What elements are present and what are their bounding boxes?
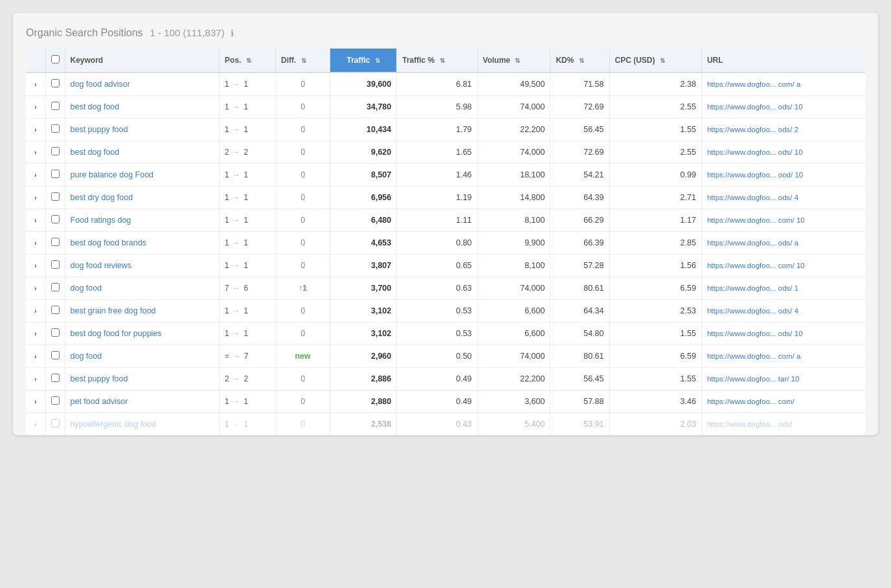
th-kd[interactable]: KD% ⇅ [550,49,609,73]
row-checkbox[interactable] [51,306,60,314]
row-checkbox-cell[interactable] [45,119,65,141]
volume-cell: 49,500 [477,73,550,96]
url-cell[interactable]: https://www.dogfoo... com/ a [701,73,865,96]
url-cell[interactable]: https://www.dogfoo... ods/ [701,413,865,436]
traffic-cell: 2,886 [330,368,397,390]
expand-cell[interactable]: › [26,254,45,277]
keyword-cell[interactable]: best puppy food [65,368,220,390]
cpc-cell: 2.71 [609,187,701,209]
expand-cell[interactable]: › [26,277,45,300]
url-cell[interactable]: https://www.dogfoo... ods/ 10 [701,96,865,119]
row-checkbox-cell[interactable] [45,322,65,345]
row-checkbox-cell[interactable] [45,187,65,209]
row-checkbox[interactable] [51,215,60,223]
url-cell[interactable]: https://www.dogfoo... ods/ 2 [701,119,865,141]
keyword-cell[interactable]: best dog food for puppies [65,322,220,345]
keyword-cell[interactable]: pet food advisor [65,390,220,413]
keyword-cell[interactable]: pure balance dog Food [65,164,220,187]
row-checkbox-cell[interactable] [45,277,65,300]
url-cell[interactable]: https://www.dogfoo... com/ a [701,345,865,368]
row-checkbox[interactable] [51,396,60,405]
row-checkbox-cell[interactable] [45,413,65,436]
row-checkbox-cell[interactable] [45,209,65,232]
expand-cell[interactable]: › [26,119,45,141]
row-checkbox[interactable] [51,192,60,201]
row-checkbox[interactable] [51,328,60,337]
keyword-cell[interactable]: best dry dog food [65,187,220,209]
keyword-cell[interactable]: Food ratings dog [65,209,220,232]
expand-cell[interactable]: › [26,232,45,254]
row-checkbox-cell[interactable] [45,254,65,277]
url-cell[interactable]: https://www.dogfoo... ood/ 10 [701,164,865,187]
expand-cell[interactable]: › [26,322,45,345]
keyword-cell[interactable]: dog food reviews [65,254,220,277]
keyword-cell[interactable]: best dog food [65,96,220,119]
url-cell[interactable]: https://www.dogfoo... ods/ 1 [701,277,865,300]
url-cell[interactable]: https://www.dogfoo... ods/ 4 [701,187,865,209]
expand-cell[interactable]: › [26,96,45,119]
keyword-cell[interactable]: dog food [65,277,220,300]
url-cell[interactable]: https://www.dogfoo... ods/ 10 [701,322,865,345]
th-keyword[interactable]: Keyword [65,49,220,73]
row-checkbox[interactable] [51,260,60,269]
url-cell[interactable]: https://www.dogfoo... com/ [701,390,865,413]
expand-cell[interactable]: › [26,187,45,209]
url-cell[interactable]: https://www.dogfoo... ods/ a [701,232,865,254]
cpc-cell: 1.55 [609,119,701,141]
url-cell[interactable]: https://www.dogfoo... com/ 10 [701,209,865,232]
row-checkbox[interactable] [51,374,60,382]
row-checkbox-cell[interactable] [45,232,65,254]
row-checkbox[interactable] [51,419,60,427]
row-checkbox-cell[interactable] [45,368,65,390]
expand-cell[interactable]: › [26,368,45,390]
expand-cell[interactable]: › [26,345,45,368]
expand-cell[interactable]: › [26,300,45,322]
info-icon[interactable]: ℹ [231,28,234,38]
th-traffic[interactable]: Traffic ⇅ [330,49,397,73]
expand-cell[interactable]: › [26,73,45,96]
th-cpc[interactable]: CPC (USD) ⇅ [609,49,701,73]
row-checkbox-cell[interactable] [45,300,65,322]
keyword-cell[interactable]: best dog food brands [65,232,220,254]
expand-cell[interactable]: › [26,390,45,413]
volume-cell: 8,100 [477,254,550,277]
row-checkbox[interactable] [51,79,60,87]
keyword-cell[interactable]: best puppy food [65,119,220,141]
th-pos[interactable]: Pos. ⇅ [220,49,276,73]
expand-cell[interactable]: › [26,141,45,164]
row-checkbox-cell[interactable] [45,345,65,368]
data-table: Keyword Pos. ⇅ Diff. ⇅ Traffic ⇅ Traffic… [26,49,865,435]
th-checkbox[interactable] [45,49,65,73]
url-cell[interactable]: https://www.dogfoo... ods/ 10 [701,141,865,164]
keyword-cell[interactable]: hypoallergenic dog food [65,413,220,436]
th-volume[interactable]: Volume ⇅ [477,49,550,73]
select-all-checkbox[interactable] [51,55,60,63]
url-cell[interactable]: https://www.dogfoo... com/ 10 [701,254,865,277]
row-checkbox[interactable] [51,351,60,359]
keyword-cell[interactable]: dog food advisor [65,73,220,96]
keyword-cell[interactable]: best dog food [65,141,220,164]
row-checkbox[interactable] [51,283,60,291]
keyword-cell[interactable]: best grain free dog food [65,300,220,322]
row-checkbox-cell[interactable] [45,141,65,164]
keyword-cell[interactable]: dog food [65,345,220,368]
row-checkbox-cell[interactable] [45,96,65,119]
row-checkbox-cell[interactable] [45,390,65,413]
row-checkbox-cell[interactable] [45,164,65,187]
table-body: ›dog food advisor1 → 1039,6006.8149,5007… [26,73,865,435]
row-checkbox[interactable] [51,102,60,110]
traffic-pct-cell: 1.11 [397,209,477,232]
row-checkbox-cell[interactable] [45,73,65,96]
row-checkbox[interactable] [51,124,60,133]
cpc-cell: 2.38 [609,73,701,96]
url-cell[interactable]: https://www.dogfoo... tar/ 10 [701,368,865,390]
expand-cell[interactable]: › [26,164,45,187]
expand-cell[interactable]: › [26,413,45,436]
th-diff[interactable]: Diff. ⇅ [276,49,330,73]
url-cell[interactable]: https://www.dogfoo... ods/ 4 [701,300,865,322]
row-checkbox[interactable] [51,170,60,178]
expand-cell[interactable]: › [26,209,45,232]
th-traffic-pct[interactable]: Traffic % ⇅ [397,49,477,73]
row-checkbox[interactable] [51,238,60,246]
row-checkbox[interactable] [51,147,60,155]
